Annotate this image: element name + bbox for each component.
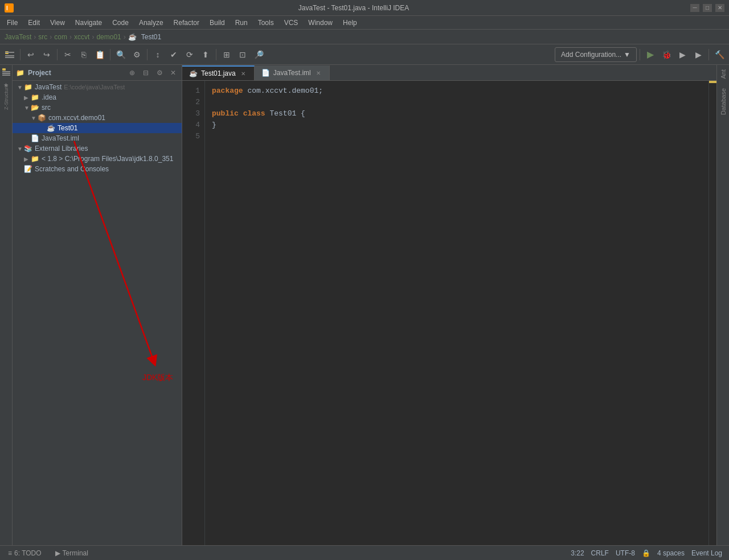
tab-test01[interactable]: ☕ Test01.java ✕ [182, 65, 255, 80]
toolbar-sep-build [708, 49, 709, 60]
toolbar-copy-btn[interactable]: ⎘ [76, 47, 91, 62]
menu-view[interactable]: View [46, 18, 69, 28]
editor-tabs-bar: ☕ Test01.java ✕ 📄 JavaTest.iml ✕ [182, 65, 716, 81]
project-panel-settings-btn[interactable]: ⚙ [154, 68, 165, 78]
toolbar-settings-btn[interactable]: ⚙ [129, 47, 144, 62]
nav-com[interactable]: com [54, 33, 67, 41]
tab-javatest-iml[interactable]: 📄 JavaTest.iml ✕ [255, 65, 330, 80]
tree-item-jdk[interactable]: ▶ 📁 < 1.8 > C:\Program Files\Java\jdk1.8… [13, 154, 182, 164]
status-position[interactable]: 3:22 [571, 549, 584, 557]
terminal-label: Terminal [63, 549, 88, 557]
sidebar-project-icon[interactable] [1, 67, 11, 77]
status-indent[interactable]: 4 spaces [657, 549, 685, 557]
toolbar-build-btn[interactable]: 🔨 [712, 47, 727, 62]
java-class-icon: ☕ [47, 124, 55, 132]
tree-item-scratches[interactable]: 📝 Scratches and Consoles [13, 164, 182, 174]
menu-build[interactable]: Build [205, 18, 230, 28]
bottom-tab-todo[interactable]: ≡ 6: TODO [2, 548, 47, 558]
toolbar-vcs-btn[interactable]: ↕ [150, 47, 165, 62]
tree-label-ext-libs: External Libraries [35, 145, 88, 153]
project-panel-add-btn[interactable]: ⊕ [127, 68, 137, 78]
close-button[interactable]: ✕ [715, 4, 724, 12]
menu-analyze[interactable]: Analyze [134, 18, 168, 28]
tree-item-iml[interactable]: 📄 JavaTest.iml [13, 133, 182, 143]
toolbar-profile-btn[interactable]: ▶ [691, 47, 706, 62]
libs-icon: 📚 [24, 145, 32, 153]
line-num-5: 5 [182, 131, 200, 142]
line-num-4: 4 [182, 120, 200, 131]
project-panel-close-btn[interactable]: ✕ [168, 68, 178, 78]
toolbar-cut-btn[interactable]: ✂ [60, 47, 75, 62]
project-panel-collapse-btn[interactable]: ⊟ [141, 68, 151, 78]
toolbar-redo-btn[interactable]: ↪ [39, 47, 54, 62]
menu-refactor[interactable]: Refactor [169, 18, 204, 28]
status-encoding[interactable]: UTF-8 [616, 549, 635, 557]
nav-class-icon: ☕ [128, 33, 137, 41]
tree-item-package[interactable]: ▼ 📦 com.xccvt.demo01 [13, 113, 182, 123]
main-content: ★ Z-Structure 📁 Project ⊕ ⊟ ⚙ ✕ ▼ 📁 Java… [0, 65, 729, 545]
svg-text:I: I [6, 5, 8, 11]
nav-javatest[interactable]: JavaTest [5, 33, 31, 41]
toolbar-sep-run [640, 49, 640, 60]
right-sidebar-ant-label[interactable]: Ant [720, 65, 727, 84]
status-lock-icon[interactable]: 🔒 [642, 549, 650, 557]
iml-icon: 📄 [31, 134, 39, 142]
line-num-2: 2 [182, 97, 200, 108]
menu-edit[interactable]: Edit [23, 18, 44, 28]
menu-window[interactable]: Window [304, 18, 337, 28]
menu-tools[interactable]: Tools [253, 18, 279, 28]
toolbar-project-btn[interactable] [2, 47, 17, 62]
status-event-log[interactable]: Event Log [691, 549, 722, 557]
tree-item-test01[interactable]: ☕ Test01 [13, 123, 182, 133]
toolbar-debug-btn[interactable]: 🐞 [659, 47, 674, 62]
bottom-tab-terminal[interactable]: ▶ Terminal [50, 548, 94, 558]
toolbar-update-btn[interactable]: ⟳ [182, 47, 197, 62]
project-icon: 📁 [16, 69, 24, 77]
tab-iml-close[interactable]: ✕ [314, 69, 322, 77]
tree-label-javatest-path: E:\code\java\JavaTest [64, 84, 125, 90]
tab-test01-close[interactable]: ✕ [239, 69, 247, 77]
minimize-button[interactable]: ─ [690, 4, 699, 12]
tree-item-idea[interactable]: ▶ 📁 .idea [13, 92, 182, 102]
nav-src[interactable]: src [38, 33, 47, 41]
toolbar-find-btn[interactable]: 🔍 [113, 47, 128, 62]
menu-navigate[interactable]: Navigate [71, 18, 107, 28]
tree-label-idea: .idea [42, 93, 56, 101]
toolbar-coverage-btn[interactable]: ▶ [675, 47, 690, 62]
toolbar-layout-btn[interactable]: ⊞ [219, 47, 234, 62]
maximize-button[interactable]: □ [703, 4, 712, 12]
menu-file[interactable]: File [2, 18, 22, 28]
nav-test01[interactable]: Test01 [141, 33, 161, 41]
toolbar-run-btn[interactable]: ▶ [643, 47, 658, 62]
toolbar-undo-btn[interactable]: ↩ [23, 47, 38, 62]
title-bar: I JavaTest - Test01.java - IntelliJ IDEA… [0, 0, 729, 16]
toolbar-search-everywhere-btn[interactable]: 🔎 [251, 47, 266, 62]
status-crlf[interactable]: CRLF [591, 549, 609, 557]
menu-help[interactable]: Help [338, 18, 362, 28]
menu-vcs[interactable]: VCS [280, 18, 303, 28]
toolbar-commit-btn[interactable]: ✔ [166, 47, 181, 62]
code-content[interactable]: package com.xccvt.demo01; public class T… [205, 81, 708, 545]
toolbar-distraction-free-btn[interactable]: ⊡ [235, 47, 250, 62]
toolbar-paste-btn[interactable]: 📋 [92, 47, 107, 62]
svg-rect-8 [2, 73, 10, 74]
add-configuration-button[interactable]: Add Configuration... ▼ [555, 47, 637, 62]
folder-icon-idea: 📁 [31, 93, 39, 101]
editor-code-area[interactable]: 1 2 3 4 5 package com.xccvt.demo01; publ… [182, 81, 716, 545]
editor-area: ☕ Test01.java ✕ 📄 JavaTest.iml ✕ 1 2 3 4… [182, 65, 716, 545]
tree-label-iml: JavaTest.iml [42, 134, 79, 142]
jdk-icon: 📁 [31, 155, 39, 163]
status-bar-right: 3:22 CRLF UTF-8 🔒 4 spaces Event Log [571, 549, 727, 557]
tree-item-src[interactable]: ▼ 📂 src [13, 102, 182, 113]
right-sidebar-database-label[interactable]: Database [720, 84, 727, 120]
menu-code[interactable]: Code [108, 18, 133, 28]
tree-item-javatest[interactable]: ▼ 📁 JavaTest E:\code\java\JavaTest [13, 82, 182, 92]
menu-run[interactable]: Run [231, 18, 252, 28]
toolbar-push-btn[interactable]: ⬆ [198, 47, 213, 62]
nav-xccvt[interactable]: xccvt [74, 33, 89, 41]
tree-item-ext-libs[interactable]: ▼ 📚 External Libraries [13, 143, 182, 154]
nav-demo01[interactable]: demo01 [96, 33, 121, 41]
tree-label-javatest: JavaTest [35, 83, 62, 91]
svg-rect-7 [2, 71, 10, 72]
sidebar-structure-icon[interactable]: Z-Structure [1, 92, 11, 102]
